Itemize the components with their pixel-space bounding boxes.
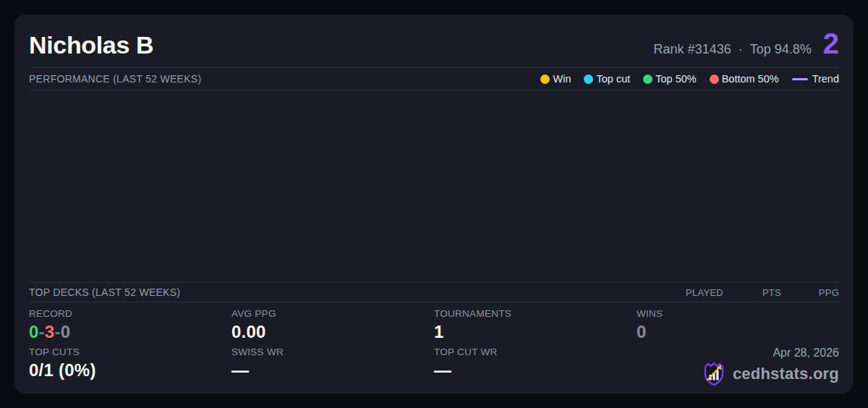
cedhstats-logo-icon xyxy=(701,361,727,387)
performance-chart xyxy=(29,90,839,282)
top-cut-wr-value: — xyxy=(434,360,637,381)
score-value: 2 xyxy=(823,27,839,60)
chart-legend: Win Top cut Top 50% Bottom 50% Trend xyxy=(540,73,839,85)
stat-label: SWISS WR xyxy=(231,347,434,357)
stat-tournaments: TOURNAMENTS 1 xyxy=(434,308,637,342)
rank-separator: · xyxy=(739,42,743,56)
stat-label: TOP CUTS xyxy=(29,347,231,357)
column-header-ppg: PPG xyxy=(781,287,839,298)
stat-top-cut-wr: TOP CUT WR — xyxy=(434,347,637,387)
top-cuts-value: 0/1 (0%) xyxy=(29,360,231,381)
record-wins: 0 xyxy=(29,322,39,341)
record-value: 0-3-0 xyxy=(29,322,231,342)
stat-swiss-wr: SWISS WR — xyxy=(231,347,434,387)
tournaments-value: 1 xyxy=(434,322,637,342)
stats-grid: RECORD 0-3-0 AVG PPG 0.00 TOURNAMENTS 1 … xyxy=(29,302,839,383)
stat-avg-ppg: AVG PPG 0.00 xyxy=(231,308,434,342)
win-dot-icon xyxy=(540,75,550,84)
footer-branding: Apr 28, 2026 cedhstats.org xyxy=(637,347,839,387)
top-decks-columns: PLAYED PTS PPG xyxy=(665,287,839,298)
stat-top-cuts: TOP CUTS 0/1 (0%) xyxy=(29,347,231,387)
legend-label: Top cut xyxy=(596,73,630,85)
stat-wins: WINS 0 xyxy=(637,308,839,342)
stat-label: WINS xyxy=(637,308,839,319)
legend-item-win: Win xyxy=(540,73,571,85)
stat-label: AVG PPG xyxy=(231,308,434,319)
record-separator: - xyxy=(39,322,45,341)
record-losses: 3 xyxy=(45,322,55,341)
card-header: Nicholas B Rank #31436·Top 94.8% 2 xyxy=(29,27,839,67)
rank-value: Rank #31436 xyxy=(654,42,731,56)
record-draws: 0 xyxy=(61,322,71,341)
bottom-50-dot-icon xyxy=(710,75,719,84)
stat-label: TOURNAMENTS xyxy=(434,308,637,319)
record-separator: - xyxy=(54,322,60,341)
stat-label: TOP CUT WR xyxy=(434,347,637,357)
legend-label: Top 50% xyxy=(655,73,696,85)
top-50-dot-icon xyxy=(643,75,652,84)
performance-header: PERFORMANCE (LAST 52 WEEKS) Win Top cut … xyxy=(29,68,839,90)
page-title: Nicholas B xyxy=(29,31,153,59)
column-header-played: PLAYED xyxy=(665,287,723,298)
legend-label: Win xyxy=(553,73,571,85)
legend-label: Bottom 50% xyxy=(722,73,779,85)
legend-label: Trend xyxy=(812,73,839,85)
column-header-pts: PTS xyxy=(723,287,781,298)
avg-ppg-value: 0.00 xyxy=(231,322,434,342)
legend-item-top-cut: Top cut xyxy=(584,73,630,85)
wins-value: 0 xyxy=(637,322,839,342)
player-stats-card: Nicholas B Rank #31436·Top 94.8% 2 PERFO… xyxy=(14,14,854,394)
swiss-wr-value: — xyxy=(231,360,434,381)
export-date: Apr 28, 2026 xyxy=(773,347,839,360)
stat-record: RECORD 0-3-0 xyxy=(29,308,231,342)
top-cut-dot-icon xyxy=(584,75,593,84)
top-decks-section-label: TOP DECKS (LAST 52 WEEKS) xyxy=(29,286,180,298)
stat-label: RECORD xyxy=(29,308,231,319)
performance-section-label: PERFORMANCE (LAST 52 WEEKS) xyxy=(29,73,201,85)
brand-row: cedhstats.org xyxy=(701,361,839,387)
trend-line-icon xyxy=(792,78,808,80)
top-percent-value: Top 94.8% xyxy=(750,42,812,56)
brand-name: cedhstats.org xyxy=(733,365,839,383)
legend-item-bottom-50: Bottom 50% xyxy=(710,73,779,85)
top-decks-header: TOP DECKS (LAST 52 WEEKS) PLAYED PTS PPG xyxy=(29,283,839,302)
legend-item-top-50: Top 50% xyxy=(643,73,696,85)
rank-summary: Rank #31436·Top 94.8% 2 xyxy=(654,27,839,60)
legend-item-trend: Trend xyxy=(792,73,839,85)
rank-text: Rank #31436·Top 94.8% xyxy=(654,42,812,57)
